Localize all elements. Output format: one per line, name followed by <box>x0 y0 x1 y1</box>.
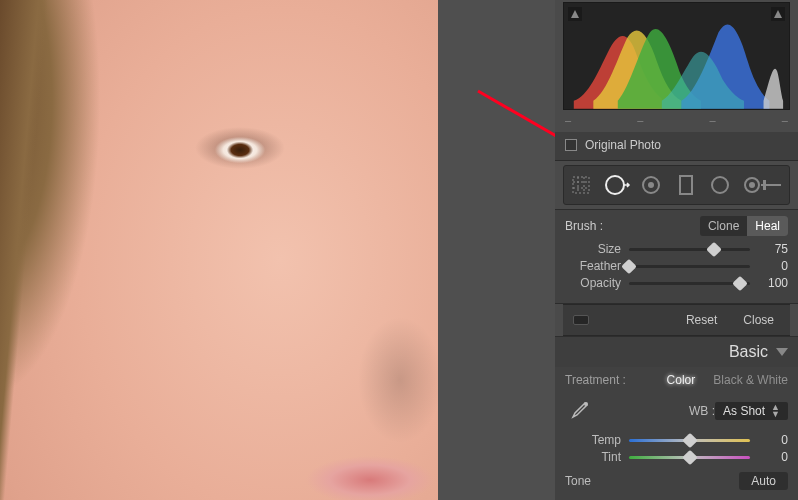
original-photo-row[interactable]: Original Photo <box>555 132 798 161</box>
feather-label: Feather <box>565 259 621 273</box>
histo-l: – <box>782 114 788 126</box>
svg-rect-1 <box>573 177 589 193</box>
svg-point-6 <box>606 176 624 194</box>
basic-title: Basic <box>729 343 768 361</box>
histogram-readout: – – – – <box>555 114 798 132</box>
eyedropper-tool[interactable] <box>565 397 593 425</box>
temp-label: Temp <box>565 433 621 447</box>
svg-point-8 <box>648 182 654 188</box>
original-photo-checkbox[interactable] <box>565 139 577 151</box>
spot-removal-tool[interactable] <box>604 171 628 199</box>
photo-content <box>0 0 438 500</box>
svg-rect-9 <box>680 176 692 194</box>
redeye-tool[interactable] <box>640 171 662 199</box>
tone-label: Tone <box>565 474 591 488</box>
reset-close-bar: Reset Close <box>563 304 790 336</box>
wb-label: WB : <box>593 404 715 418</box>
graduated-filter-tool[interactable] <box>675 171 697 199</box>
temp-slider[interactable] <box>629 433 750 447</box>
svg-point-15 <box>584 402 588 406</box>
svg-point-10 <box>712 177 728 193</box>
tint-slider[interactable] <box>629 450 750 464</box>
brush-label: Brush : <box>565 219 603 233</box>
brush-mode-heal[interactable]: Heal <box>747 216 788 236</box>
preview-photo <box>0 0 438 500</box>
basic-panel: Treatment : Color Black & White WB : As … <box>555 367 798 500</box>
treatment-label: Treatment : <box>565 373 626 387</box>
size-value: 75 <box>758 242 788 256</box>
tint-label: Tint <box>565 450 621 464</box>
feather-value: 0 <box>758 259 788 273</box>
brush-mode-segmented[interactable]: Clone Heal <box>700 216 788 236</box>
treatment-bw[interactable]: Black & White <box>713 373 788 387</box>
tool-strip <box>563 165 790 205</box>
tint-value: 0 <box>758 450 788 464</box>
radial-filter-tool[interactable] <box>709 171 731 199</box>
develop-panel: – – – – Original Photo Brush : <box>555 0 798 500</box>
histogram-plot <box>564 3 789 109</box>
basic-panel-header[interactable]: Basic <box>555 336 798 367</box>
chevron-down-icon <box>776 348 788 356</box>
brush-mode-clone[interactable]: Clone <box>700 216 747 236</box>
reset-button[interactable]: Reset <box>680 311 723 329</box>
image-canvas[interactable] <box>0 0 555 500</box>
histo-g: – <box>637 114 643 126</box>
adjustment-brush-tool[interactable] <box>743 171 783 199</box>
original-photo-label: Original Photo <box>585 138 661 152</box>
treatment-color[interactable]: Color <box>667 373 696 387</box>
brush-panel: Brush : Clone Heal Size 75 Feather 0 Opa… <box>555 209 798 304</box>
wb-preset-select[interactable]: As Shot ▲▼ <box>715 402 788 420</box>
svg-point-12 <box>749 182 755 188</box>
close-button[interactable]: Close <box>737 311 780 329</box>
auto-tone-button[interactable]: Auto <box>739 472 788 490</box>
opacity-value: 100 <box>758 276 788 290</box>
histo-b: – <box>710 114 716 126</box>
updown-icon: ▲▼ <box>771 404 780 418</box>
opacity-label: Opacity <box>565 276 621 290</box>
panel-switch[interactable] <box>573 315 589 325</box>
histogram[interactable] <box>563 2 790 110</box>
size-label: Size <box>565 242 621 256</box>
opacity-slider[interactable] <box>629 276 750 290</box>
feather-slider[interactable] <box>629 259 750 273</box>
wb-preset-value: As Shot <box>723 404 765 418</box>
temp-value: 0 <box>758 433 788 447</box>
treatment-segmented[interactable]: Color Black & White <box>667 373 788 387</box>
histo-r: – <box>565 114 571 126</box>
crop-tool[interactable] <box>570 171 592 199</box>
size-slider[interactable] <box>629 242 750 256</box>
svg-rect-14 <box>763 180 766 190</box>
